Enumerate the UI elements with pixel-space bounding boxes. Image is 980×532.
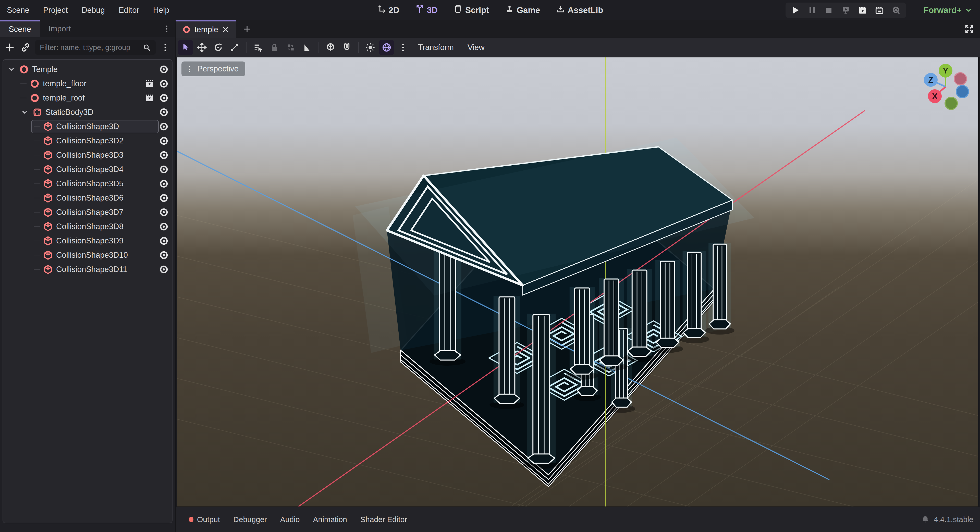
tree-row-main: StaticBody3D	[18, 106, 159, 119]
group-button[interactable]	[283, 40, 298, 55]
add-node-button[interactable]	[3, 41, 16, 54]
tree-row-temple_roof[interactable]: temple_roof	[5, 91, 170, 105]
local-space-button[interactable]	[323, 40, 338, 55]
tree-guide	[34, 241, 40, 241]
visibility-toggle[interactable]	[159, 221, 169, 232]
sun-environment-menu-button[interactable]	[396, 40, 410, 55]
distraction-free-button[interactable]	[959, 21, 980, 38]
scene-filter-input[interactable]	[40, 43, 139, 52]
tree-row-Temple[interactable]: Temple	[5, 62, 170, 76]
bell-icon[interactable]	[921, 515, 930, 524]
rotate-tool-button[interactable]	[211, 40, 226, 55]
bottom-tab-output[interactable]: Output	[182, 507, 227, 532]
workspace-assetlib[interactable]: AssetLib	[552, 3, 607, 18]
instanced-scene-icon[interactable]	[145, 79, 155, 89]
axis-gizmo[interactable]: Y Z X	[918, 60, 974, 111]
tree-row-CollisionShape3D[interactable]: CollisionShape3D	[5, 119, 170, 134]
tree-row-CollisionShape3D7[interactable]: CollisionShape3D7	[5, 205, 170, 219]
node-name: CollisionShape3D11	[56, 265, 127, 274]
workspace-2d[interactable]: 2D	[373, 3, 404, 18]
tab-import[interactable]: Import	[40, 21, 80, 37]
instanced-scene-icon[interactable]	[145, 93, 155, 103]
tree-row-CollisionShape3D2[interactable]: CollisionShape3D2	[5, 134, 170, 148]
workspace-game[interactable]: Game	[501, 3, 544, 18]
visibility-toggle[interactable]	[159, 107, 169, 118]
visibility-toggle[interactable]	[159, 179, 169, 189]
workspace-label: 3D	[427, 5, 438, 15]
visibility-toggle[interactable]	[159, 93, 169, 103]
visibility-toggle[interactable]	[159, 250, 169, 260]
tree-row-CollisionShape3D8[interactable]: CollisionShape3D8	[5, 219, 170, 234]
view-menu[interactable]: View	[461, 43, 491, 52]
viewport-toolbar: TransformView	[176, 38, 980, 57]
visibility-toggle[interactable]	[159, 207, 169, 218]
scene-tree-menu-button[interactable]	[159, 41, 172, 54]
tree-row-CollisionShape3D9[interactable]: CollisionShape3D9	[5, 234, 170, 248]
expander-icon[interactable]	[21, 108, 29, 117]
tree-row-CollisionShape3D6[interactable]: CollisionShape3D6	[5, 191, 170, 205]
tree-row-CollisionShape3D3[interactable]: CollisionShape3D3	[5, 148, 170, 162]
preview-sun-button[interactable]	[363, 40, 378, 55]
expander-icon[interactable]	[7, 65, 16, 74]
tree-row-CollisionShape3D11[interactable]: CollisionShape3D11	[5, 262, 170, 276]
stop-button[interactable]	[824, 5, 834, 15]
tab-scene[interactable]: Scene	[0, 21, 40, 37]
tree-row-CollisionShape3D4[interactable]: CollisionShape3D4	[5, 162, 170, 176]
visibility-toggle[interactable]	[159, 79, 169, 89]
snap-toggle-button[interactable]	[339, 40, 354, 55]
play-remote-button[interactable]	[841, 5, 851, 15]
collision-icon	[43, 150, 53, 160]
menubar-items: SceneProjectDebugEditorHelp	[0, 0, 177, 21]
bottom-tab-audio[interactable]: Audio	[274, 507, 307, 532]
visibility-toggle[interactable]	[159, 150, 169, 160]
play-button[interactable]	[790, 5, 800, 15]
list-select-button[interactable]	[251, 40, 266, 55]
lock-button[interactable]	[267, 40, 282, 55]
scene-tab-temple[interactable]: temple	[176, 21, 236, 38]
scale-tool-button[interactable]	[227, 40, 242, 55]
new-scene-tab-button[interactable]	[236, 21, 258, 38]
tree-row-CollisionShape3D10[interactable]: CollisionShape3D10	[5, 248, 170, 262]
collision-icon	[43, 221, 53, 232]
visibility-toggle[interactable]	[159, 64, 169, 75]
workspace-script[interactable]: Script	[449, 3, 493, 18]
renderer-selector[interactable]: Forward+	[924, 0, 972, 21]
ruler-button[interactable]	[300, 40, 314, 55]
movie-folder-button[interactable]	[874, 5, 885, 15]
instance-scene-button[interactable]	[19, 41, 32, 54]
bottom-tab-shader-editor[interactable]: Shader Editor	[354, 507, 414, 532]
visibility-toggle[interactable]	[159, 121, 169, 132]
close-icon[interactable]	[222, 26, 229, 33]
pause-button[interactable]	[807, 5, 817, 15]
svg-text:X: X	[932, 92, 938, 101]
menu-editor[interactable]: Editor	[112, 0, 146, 21]
movie-maker-button[interactable]	[891, 5, 901, 15]
viewport-3d[interactable]: ⋮ Perspective Y Z X	[177, 57, 978, 507]
bottom-tab-animation[interactable]: Animation	[307, 507, 354, 532]
workspace-3d[interactable]: 3D	[411, 3, 442, 18]
transform-menu[interactable]: Transform	[412, 43, 460, 52]
tree-row-temple_floor[interactable]: temple_floor	[5, 76, 170, 91]
menu-debug[interactable]: Debug	[75, 0, 111, 21]
tree-row-StaticBody3D[interactable]: StaticBody3D	[5, 105, 170, 119]
bottom-tab-debugger[interactable]: Debugger	[227, 507, 274, 532]
menu-project[interactable]: Project	[36, 0, 75, 21]
menu-help[interactable]: Help	[146, 0, 177, 21]
tree-guide	[34, 269, 40, 270]
visibility-toggle[interactable]	[159, 164, 169, 175]
visibility-toggle[interactable]	[159, 136, 169, 146]
preview-environment-button[interactable]	[379, 40, 394, 55]
play-movie-button[interactable]	[858, 5, 868, 15]
visibility-toggle[interactable]	[159, 236, 169, 246]
projection-menu[interactable]: ⋮ Perspective	[181, 62, 245, 76]
visibility-toggle[interactable]	[159, 193, 169, 203]
select-tool-button[interactable]	[178, 40, 193, 55]
visibility-toggle[interactable]	[159, 264, 169, 275]
node-name: temple_floor	[43, 79, 86, 88]
row-buttons	[159, 221, 170, 232]
tree-row-CollisionShape3D5[interactable]: CollisionShape3D5	[5, 176, 170, 191]
dock-menu-button[interactable]	[162, 21, 175, 37]
menu-scene[interactable]: Scene	[0, 0, 36, 21]
move-tool-button[interactable]	[194, 40, 209, 55]
collision-icon	[43, 179, 53, 189]
